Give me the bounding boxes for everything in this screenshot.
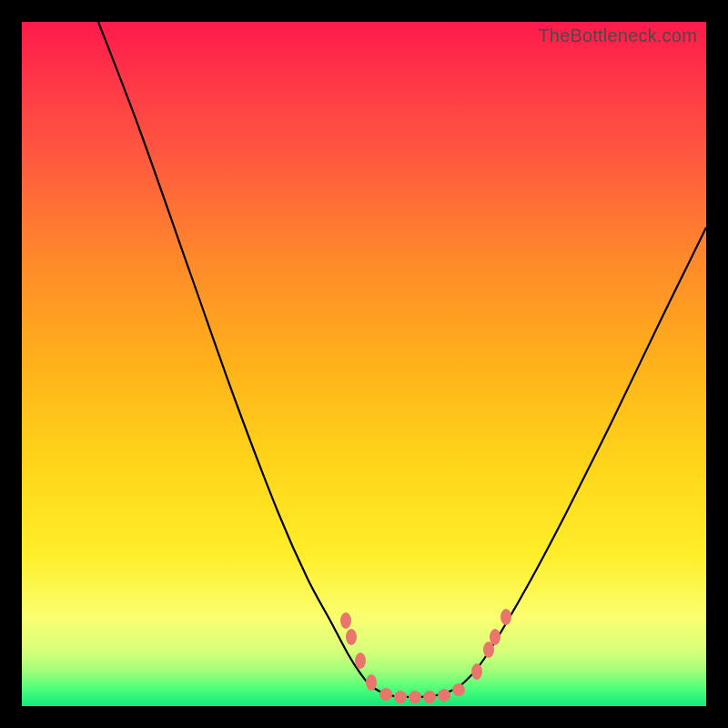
curve-marker <box>452 683 465 696</box>
curve-marker <box>340 612 351 629</box>
curve-marker <box>490 629 500 645</box>
curve-marker <box>500 609 511 625</box>
plot-area: TheBottleneck.com <box>22 22 706 706</box>
curve-marker <box>355 652 366 669</box>
curve-marker <box>423 691 436 703</box>
curve-marker <box>379 688 392 701</box>
bottleneck-curve <box>98 22 706 697</box>
chart-svg <box>22 22 706 706</box>
curve-marker <box>366 674 377 691</box>
curve-marker <box>394 691 407 703</box>
curve-marker <box>409 691 421 703</box>
watermark-text: TheBottleneck.com <box>538 25 697 46</box>
curve-marker <box>438 689 450 702</box>
curve-marker <box>471 663 482 680</box>
curve-marker <box>346 629 357 645</box>
curve-markers <box>340 609 511 703</box>
